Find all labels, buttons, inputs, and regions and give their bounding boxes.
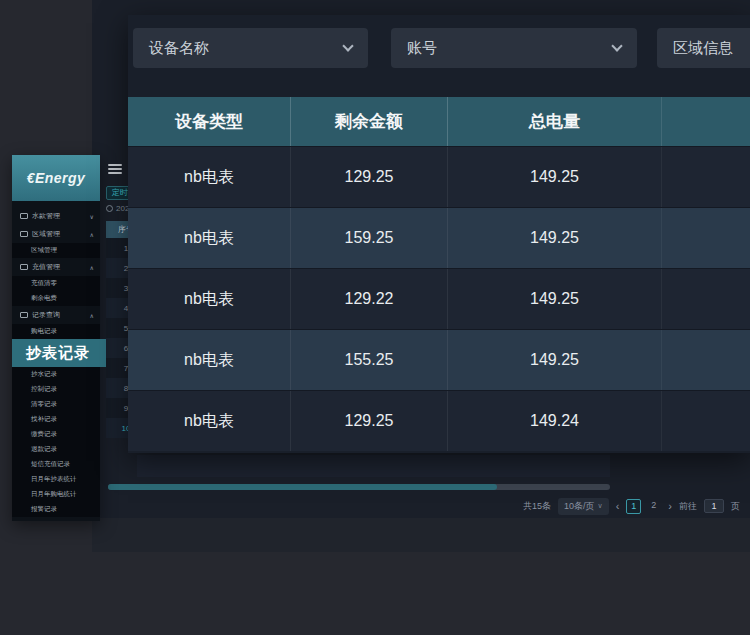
header-total-power: 总电量 bbox=[448, 97, 662, 146]
sidebar-item-label: 控制记录 bbox=[31, 385, 57, 394]
sidebar-collapse-button[interactable] bbox=[108, 164, 122, 175]
records-table: 设备类型 剩余金额 总电量 nb电表129.25149.25nb电表159.25… bbox=[128, 97, 750, 451]
sidebar-item[interactable]: 日月年抄表统计 bbox=[12, 472, 100, 487]
sidebar-item[interactable]: 抄水记录 bbox=[12, 367, 100, 382]
table-cell bbox=[662, 330, 750, 390]
background-table-footer-area bbox=[137, 455, 610, 477]
sidebar-item[interactable]: 控制记录 bbox=[12, 382, 100, 397]
table-cell: 149.25 bbox=[448, 330, 662, 390]
sidebar-item-label: 日月年购电统计 bbox=[31, 490, 77, 499]
table-row: nb电表159.25149.25 bbox=[128, 207, 750, 268]
records-icon bbox=[20, 312, 28, 318]
sidebar-item[interactable]: 购电记录 bbox=[12, 324, 100, 339]
sidebar-item-label: 区域管理 bbox=[32, 229, 60, 239]
sidebar-item-active-meter-records[interactable]: 抄表记录 bbox=[12, 339, 106, 367]
table-cell: nb电表 bbox=[128, 208, 291, 268]
sidebar-item[interactable]: 区域管理∧ bbox=[12, 225, 100, 243]
region-icon bbox=[20, 231, 28, 237]
table-cell: 149.25 bbox=[448, 208, 662, 268]
sidebar-item-label: 水款管理 bbox=[32, 211, 60, 221]
chevron-up-icon: ∧ bbox=[90, 312, 94, 319]
sidebar-item[interactable]: 退款记录 bbox=[12, 442, 100, 457]
page-size-select[interactable]: 10条/页 ∨ bbox=[558, 498, 609, 515]
sidebar-item-label: 充值清零 bbox=[31, 279, 57, 288]
table-cell: 149.25 bbox=[448, 147, 662, 207]
horizontal-scrollbar[interactable] bbox=[108, 484, 610, 490]
sidebar-item[interactable]: 剩余电费 bbox=[12, 291, 100, 306]
chevron-down-icon bbox=[611, 40, 622, 51]
header-empty bbox=[662, 97, 750, 146]
table-cell: nb电表 bbox=[128, 147, 291, 207]
table-cell: 149.25 bbox=[448, 269, 662, 329]
clock-icon bbox=[106, 205, 113, 212]
goto-page-input[interactable]: 1 bbox=[704, 499, 724, 513]
sidebar-item-label: 日月年抄表统计 bbox=[31, 475, 77, 484]
showcase-canvas: 定时抄表 202 序号 12345678910 共15条 10条/页 ∨ ‹ 1… bbox=[0, 0, 750, 635]
pagination-bar: 共15条 10条/页 ∨ ‹ 12 › 前往 1 页 bbox=[523, 496, 740, 516]
sidebar-item[interactable]: 水款管理∨ bbox=[12, 207, 100, 225]
goto-label: 前往 bbox=[679, 500, 697, 513]
chevron-down-icon bbox=[342, 40, 353, 51]
table-cell bbox=[662, 391, 750, 451]
app-logo: €Energy bbox=[12, 155, 100, 201]
sidebar-item-label: 抄水记录 bbox=[31, 370, 57, 379]
header-remaining-amount: 剩余金额 bbox=[291, 97, 448, 146]
sidebar-item[interactable]: 区域管理 bbox=[12, 243, 100, 258]
table-row: nb电表129.22149.25 bbox=[128, 268, 750, 329]
table-cell: 129.22 bbox=[291, 269, 448, 329]
magnified-detail-panel: 设备名称 账号 区域信息 设备类型 剩余金额 总电量 nb电表129.25149… bbox=[128, 15, 750, 453]
account-filter[interactable]: 账号 bbox=[391, 28, 637, 68]
scrollbar-thumb[interactable] bbox=[108, 484, 497, 490]
chevron-down-icon: ∨ bbox=[598, 502, 603, 510]
sidebar-item-label: 清零记录 bbox=[31, 400, 57, 409]
sidebar-item[interactable]: 记录查询∧ bbox=[12, 306, 100, 324]
page-number-button[interactable]: 1 bbox=[626, 499, 641, 514]
sidebar-item-label: 退款记录 bbox=[31, 445, 57, 454]
table-row: nb电表129.25149.24 bbox=[128, 390, 750, 451]
chevron-up-icon: ∧ bbox=[90, 231, 94, 238]
header-device-type: 设备类型 bbox=[128, 97, 291, 146]
region-filter[interactable]: 区域信息 bbox=[657, 28, 750, 68]
wallet-icon bbox=[20, 213, 28, 219]
sidebar-item-label: 缴费记录 bbox=[31, 430, 57, 439]
sidebar-item[interactable]: 找补记录 bbox=[12, 412, 100, 427]
date-range-picker[interactable]: 202 bbox=[106, 202, 129, 215]
sidebar-item[interactable]: 日月年购电统计 bbox=[12, 487, 100, 502]
page-number-button[interactable]: 2 bbox=[646, 499, 661, 514]
table-cell: nb电表 bbox=[128, 330, 291, 390]
sidebar-item[interactable]: 充值清零 bbox=[12, 276, 100, 291]
sidebar-item-label: 找补记录 bbox=[31, 415, 57, 424]
sidebar-item-label: 区域管理 bbox=[31, 246, 57, 255]
next-page-button[interactable]: › bbox=[668, 501, 672, 511]
page-number-list: 12 bbox=[626, 499, 661, 514]
sidebar-item-label: 短信充值记录 bbox=[31, 460, 70, 469]
sidebar-item[interactable]: 短信充值记录 bbox=[12, 457, 100, 472]
table-cell: 159.25 bbox=[291, 208, 448, 268]
table-header-row: 设备类型 剩余金额 总电量 bbox=[128, 97, 750, 146]
sidebar-item[interactable]: 缴费记录 bbox=[12, 427, 100, 442]
table-cell: nb电表 bbox=[128, 269, 291, 329]
table-row: nb电表155.25149.25 bbox=[128, 329, 750, 390]
sidebar-item-label: 报警记录 bbox=[31, 505, 57, 514]
sidebar-item[interactable]: 充值管理∧ bbox=[12, 258, 100, 276]
sidebar-item[interactable]: 报警记录 bbox=[12, 502, 100, 517]
pagination-total: 共15条 bbox=[523, 500, 551, 513]
table-cell bbox=[662, 147, 750, 207]
sidebar-menu: 水款管理∨区域管理∧区域管理充值管理∧充值清零剩余电费记录查询∧购电记录抄表记录… bbox=[12, 201, 100, 517]
page-footer-band bbox=[92, 518, 750, 552]
sidebar-item-label: 购电记录 bbox=[31, 327, 57, 336]
device-name-filter[interactable]: 设备名称 bbox=[133, 28, 368, 68]
sidebar-item-label: 充值管理 bbox=[32, 262, 60, 272]
sidebar: €Energy 水款管理∨区域管理∧区域管理充值管理∧充值清零剩余电费记录查询∧… bbox=[12, 155, 100, 521]
table-cell: 155.25 bbox=[291, 330, 448, 390]
chevron-down-icon: ∨ bbox=[90, 213, 94, 220]
hamburger-icon bbox=[108, 164, 122, 174]
prev-page-button[interactable]: ‹ bbox=[616, 501, 620, 511]
sidebar-item[interactable]: 清零记录 bbox=[12, 397, 100, 412]
table-cell bbox=[662, 269, 750, 329]
goto-suffix: 页 bbox=[731, 500, 740, 513]
recharge-icon bbox=[20, 264, 28, 270]
table-cell: 129.25 bbox=[291, 147, 448, 207]
table-cell bbox=[662, 208, 750, 268]
chevron-up-icon: ∧ bbox=[90, 264, 94, 271]
